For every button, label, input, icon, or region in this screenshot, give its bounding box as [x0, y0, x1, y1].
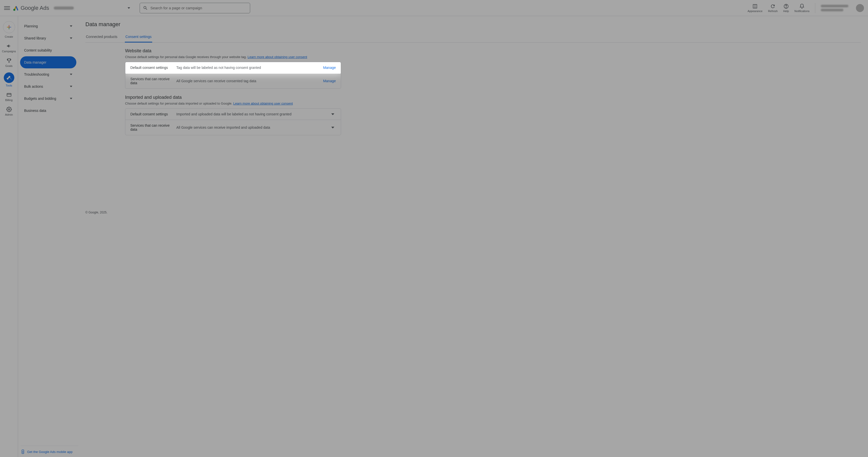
- mobile-app-link[interactable]: Get the Google Ads mobile app: [21, 450, 72, 454]
- sidenav-troubleshooting[interactable]: Troubleshooting: [20, 68, 76, 81]
- refresh-icon: [770, 3, 776, 9]
- sidenav-label: Troubleshooting: [24, 73, 49, 77]
- sidenav-planning[interactable]: Planning: [20, 20, 76, 32]
- sidenav-label: Shared library: [24, 36, 46, 40]
- sidenav-budgets-bidding[interactable]: Budgets and bidding: [20, 92, 76, 105]
- sidenav-label: Planning: [24, 24, 38, 28]
- help-label: Help: [783, 9, 789, 12]
- main-content: Data manager Connected products Consent …: [79, 16, 868, 457]
- rail-label: Billing: [5, 98, 12, 102]
- notifications-label: Notifications: [795, 9, 809, 12]
- sidenav-bulk-actions[interactable]: Bulk actions: [20, 81, 76, 92]
- search-input[interactable]: [150, 6, 247, 10]
- imported-data-card: Default consent settings Imported and up…: [125, 108, 341, 135]
- appearance-label: Appearance: [748, 9, 763, 12]
- row-label: Default consent settings: [130, 66, 172, 69]
- section-title-imported: Imported and uploaded data: [125, 95, 341, 100]
- row-desc: All Google services can receive imported…: [176, 125, 325, 130]
- account-info-redacted-2: [821, 9, 843, 11]
- expand-button[interactable]: [330, 127, 336, 128]
- caret-down-icon: [128, 7, 130, 9]
- create-label: Create: [5, 35, 13, 38]
- rail-billing[interactable]: Billing: [0, 90, 18, 104]
- chevron-down-icon: [70, 74, 72, 75]
- topbar: Google Ads Appearance Refresh Help Notif…: [0, 0, 868, 16]
- row-services-imported[interactable]: Services that can receive data All Googl…: [125, 120, 341, 135]
- sidenav-label: Bulk actions: [24, 84, 43, 88]
- gear-icon: [6, 107, 12, 112]
- account-info-redacted: [821, 5, 848, 7]
- page-title: Data manager: [85, 21, 861, 28]
- sidenav-divider: [21, 446, 79, 446]
- card-icon: [6, 92, 12, 97]
- user-avatar[interactable]: [856, 4, 864, 12]
- svg-point-0: [13, 9, 15, 11]
- chevron-down-icon: [331, 113, 334, 115]
- sidenav-shared-library[interactable]: Shared library: [20, 32, 76, 44]
- expand-button[interactable]: [330, 113, 336, 115]
- rail-goals[interactable]: Goals: [0, 56, 18, 69]
- logo-text: Google Ads: [21, 5, 49, 11]
- sidenav-label: Data manager: [24, 60, 46, 64]
- account-selector[interactable]: [74, 7, 132, 9]
- tab-connected-products[interactable]: Connected products: [85, 32, 118, 42]
- learn-more-link[interactable]: Learn more about obtaining user consent: [248, 55, 307, 59]
- plus-icon: [3, 21, 15, 33]
- footer-copyright: © Google, 2025.: [85, 211, 861, 214]
- chevron-down-icon: [70, 86, 72, 87]
- manage-button[interactable]: Manage: [323, 79, 336, 83]
- appearance-button[interactable]: Appearance: [748, 3, 763, 12]
- svg-point-4: [8, 109, 10, 110]
- manage-button[interactable]: Manage: [323, 66, 336, 69]
- chevron-down-icon: [331, 127, 334, 128]
- bell-icon: [799, 3, 805, 9]
- help-icon: [783, 3, 789, 9]
- search-box[interactable]: [140, 3, 250, 13]
- tab-consent-settings[interactable]: Consent settings: [125, 32, 152, 42]
- learn-more-link[interactable]: Learn more about obtaining user consent: [233, 102, 293, 105]
- sidenav-content-suitability[interactable]: Content suitability: [20, 44, 76, 56]
- chevron-down-icon: [70, 37, 72, 39]
- row-label: Default consent settings: [130, 112, 172, 116]
- sidenav-label: Budgets and bidding: [24, 96, 56, 101]
- sidenav-business-data[interactable]: Business data: [20, 105, 76, 117]
- help-button[interactable]: Help: [783, 3, 789, 12]
- sidenav-label: Business data: [24, 109, 46, 113]
- rail-tools[interactable]: Tools: [0, 70, 18, 89]
- section-subtitle-imported: Choose default settings for personal dat…: [125, 102, 341, 105]
- trophy-icon: [6, 58, 12, 63]
- megaphone-icon: [6, 43, 12, 49]
- google-ads-logo-icon: [13, 5, 19, 11]
- rail-label: Campaigns: [2, 50, 16, 53]
- row-label: Services that can receive data: [130, 123, 172, 132]
- rail-admin[interactable]: Admin: [0, 105, 18, 118]
- row-desc: All Google services can receive consente…: [176, 79, 318, 83]
- create-button[interactable]: Create: [0, 19, 18, 40]
- logo[interactable]: Google Ads: [13, 5, 49, 11]
- section-subtitle-website: Choose default settings for personal dat…: [125, 55, 341, 59]
- row-default-consent-website: Default consent settings Tag data will b…: [125, 62, 341, 73]
- rail-label: Goals: [5, 64, 12, 67]
- tabs: Connected products Consent settings: [85, 32, 861, 43]
- top-actions: Appearance Refresh Help Notifications: [748, 3, 864, 13]
- row-label: Services that can receive data: [130, 77, 172, 85]
- notifications-button[interactable]: Notifications: [795, 3, 809, 12]
- left-rail: Create Campaigns Goals Tools Billing Adm…: [0, 16, 18, 457]
- menu-icon[interactable]: [4, 5, 10, 11]
- refresh-button[interactable]: Refresh: [768, 3, 778, 12]
- mobile-download-icon: [21, 450, 25, 454]
- account-name-redacted: [54, 6, 74, 9]
- rail-campaigns[interactable]: Campaigns: [0, 41, 18, 55]
- row-desc: Imported and uploaded data will be label…: [176, 112, 325, 116]
- chevron-down-icon: [70, 25, 72, 27]
- row-desc: Tag data will be labeled as not having c…: [176, 66, 318, 69]
- appearance-icon: [752, 3, 758, 9]
- svg-point-2: [786, 7, 786, 7]
- sidenav: Planning Shared library Content suitabil…: [18, 16, 79, 457]
- row-default-consent-imported[interactable]: Default consent settings Imported and up…: [125, 109, 341, 120]
- svg-rect-3: [7, 93, 11, 96]
- sidenav-data-manager[interactable]: Data manager: [20, 56, 76, 68]
- search-icon: [143, 5, 148, 10]
- sidenav-label: Content suitability: [24, 48, 52, 52]
- row-services-website: Services that can receive data All Googl…: [125, 73, 341, 88]
